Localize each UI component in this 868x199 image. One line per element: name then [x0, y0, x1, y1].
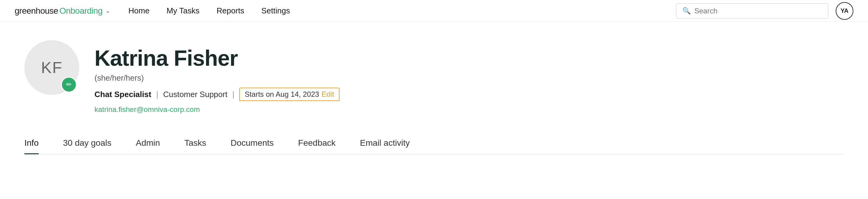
tab-tasks[interactable]: Tasks — [184, 132, 206, 154]
tabs-bar: Info 30 day goals Admin Tasks Documents … — [24, 132, 844, 154]
nav-settings[interactable]: Settings — [261, 6, 290, 15]
tab-feedback[interactable]: Feedback — [298, 132, 336, 154]
navbar: greenhouse Onboarding ⌄ Home My Tasks Re… — [0, 0, 868, 22]
profile-role: Chat Specialist — [94, 90, 151, 99]
profile-pronouns: (she/her/hers) — [94, 73, 340, 83]
profile-department: Customer Support — [163, 90, 227, 99]
brand-chevron-icon: ⌄ — [105, 8, 110, 14]
pencil-icon: ✏ — [66, 81, 72, 88]
main-content: KF ✏ Katrina Fisher (she/her/hers) Chat … — [0, 22, 868, 154]
brand-greenhouse-text: greenhouse — [14, 6, 58, 16]
user-avatar[interactable]: YA — [836, 2, 854, 20]
tab-30-day-goals[interactable]: 30 day goals — [63, 132, 112, 154]
profile-role-row: Chat Specialist | Customer Support | Sta… — [94, 88, 340, 101]
tab-documents[interactable]: Documents — [230, 132, 274, 154]
nav-links: Home My Tasks Reports Settings — [128, 6, 676, 15]
tab-admin[interactable]: Admin — [136, 132, 160, 154]
nav-right: 🔍 YA — [676, 2, 854, 20]
role-divider: | — [156, 90, 158, 99]
brand-onboarding-text: Onboarding — [59, 6, 102, 16]
profile-header: KF ✏ Katrina Fisher (she/her/hers) Chat … — [24, 40, 844, 114]
search-icon: 🔍 — [682, 7, 691, 15]
search-input[interactable] — [694, 7, 822, 15]
start-date-badge: Starts on Aug 14, 2023 Edit — [239, 88, 340, 101]
nav-reports[interactable]: Reports — [216, 6, 244, 15]
tab-info[interactable]: Info — [24, 132, 39, 154]
edit-start-date-link[interactable]: Edit — [321, 90, 334, 98]
start-date-text: Starts on Aug 14, 2023 — [245, 90, 319, 98]
profile-info: Katrina Fisher (she/her/hers) Chat Speci… — [94, 40, 340, 114]
nav-my-tasks[interactable]: My Tasks — [167, 6, 199, 15]
search-box[interactable]: 🔍 — [676, 3, 828, 18]
user-initials: YA — [841, 7, 848, 14]
profile-email[interactable]: katrina.fisher@omniva-corp.com — [94, 105, 340, 114]
edit-avatar-button[interactable]: ✏ — [61, 77, 77, 92]
nav-home[interactable]: Home — [128, 6, 149, 15]
brand-logo[interactable]: greenhouse Onboarding ⌄ — [14, 6, 110, 16]
role-divider-2: | — [232, 90, 235, 99]
avatar-container: KF ✏ — [24, 40, 79, 95]
tab-email-activity[interactable]: Email activity — [360, 132, 410, 154]
avatar-initials: KF — [41, 58, 62, 77]
profile-name: Katrina Fisher — [94, 46, 340, 70]
